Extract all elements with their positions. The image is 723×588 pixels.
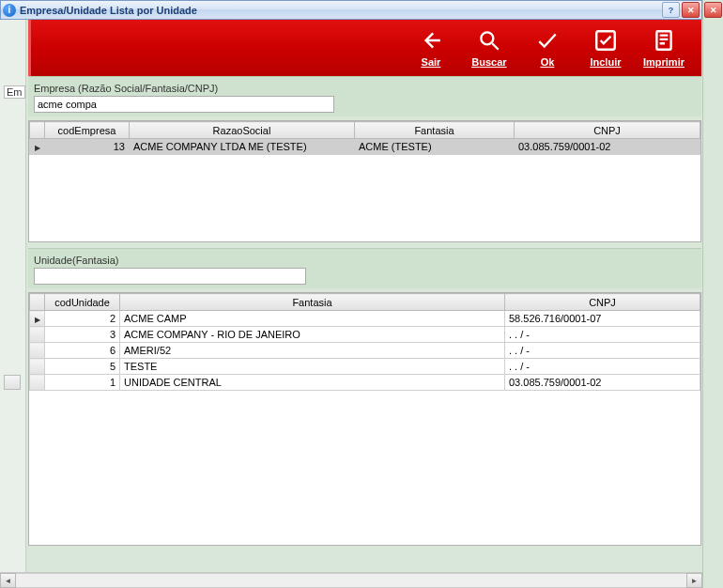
grid2-col-cnpj[interactable]: CNPJ xyxy=(505,294,700,311)
row-indicator xyxy=(30,359,45,375)
cell-cnpj: 03.085.759/0001-02 xyxy=(515,139,700,155)
info-icon: i xyxy=(3,4,16,17)
table-row[interactable]: 6AMERI/52 . . / - xyxy=(30,343,700,359)
row-indicator xyxy=(30,375,45,391)
check-icon xyxy=(535,28,560,54)
unidade-grid[interactable]: codUnidade Fantasia CNPJ 2ACME CAMP58.52… xyxy=(28,292,701,546)
ok-label: Ok xyxy=(541,56,555,68)
cell-cnpj: . . / - xyxy=(505,327,700,343)
cell-cnpj: . . / - xyxy=(505,359,700,375)
checkbox-icon xyxy=(593,28,618,54)
row-indicator xyxy=(30,139,45,155)
action-toolbar: Sair Buscar Ok Incluir Imprimir xyxy=(28,20,701,76)
grid1-col-fantasia[interactable]: Fantasia xyxy=(355,122,515,139)
print-icon xyxy=(652,28,676,54)
horizontal-scrollbar[interactable]: ◄ ► xyxy=(0,572,702,588)
cell-fantasia: TESTE xyxy=(120,359,505,375)
ok-button[interactable]: Ok xyxy=(527,28,568,68)
outer-close-button[interactable]: ✕ xyxy=(704,2,722,18)
grid1-rowhead-corner xyxy=(30,122,45,139)
cell-codunidade: 1 xyxy=(45,375,120,391)
left-gutter: Em xyxy=(0,20,26,588)
cell-razaosocial: ACME COMPANY LTDA ME (TESTE) xyxy=(130,139,355,155)
table-row[interactable]: 13ACME COMPANY LTDA ME (TESTE)ACME (TEST… xyxy=(30,139,700,155)
cell-codunidade: 6 xyxy=(45,343,120,359)
grid1-col-cnpj[interactable]: CNPJ xyxy=(515,122,700,139)
titlebar-close-button[interactable]: ✕ xyxy=(682,2,700,18)
row-indicator xyxy=(30,327,45,343)
scroll-left-button[interactable]: ◄ xyxy=(0,573,16,588)
sair-button[interactable]: Sair xyxy=(410,28,452,68)
titlebar-help-button[interactable]: ? xyxy=(662,2,680,18)
grid2-col-fantasia[interactable]: Fantasia xyxy=(120,294,505,311)
scroll-track[interactable] xyxy=(16,573,686,588)
cell-codunidade: 5 xyxy=(45,359,120,375)
buscar-button[interactable]: Buscar xyxy=(469,28,510,68)
imprimir-label: Imprimir xyxy=(643,56,685,68)
row-indicator xyxy=(30,343,45,359)
grid2-col-codunidade[interactable]: codUnidade xyxy=(45,294,120,311)
table-row[interactable]: 5TESTE . . / - xyxy=(30,359,700,375)
grid1-col-codempresa[interactable]: codEmpresa xyxy=(45,122,130,139)
cell-codunidade: 2 xyxy=(45,311,120,327)
empresa-search-label: Empresa (Razão Social/Fantasia/CNPJ) xyxy=(34,83,696,94)
cell-fantasia: AMERI/52 xyxy=(120,343,505,359)
table-row[interactable]: 2ACME CAMP58.526.716/0001-07 xyxy=(30,311,700,327)
cell-fantasia: ACME COMPANY - RIO DE JANEIRO xyxy=(120,327,505,343)
table-row[interactable]: 1UNIDADE CENTRAL03.085.759/0001-02 xyxy=(30,375,700,391)
arrow-left-icon xyxy=(419,28,443,54)
cell-codunidade: 3 xyxy=(45,327,120,343)
scroll-right-button[interactable]: ► xyxy=(686,573,702,588)
grid2-rowhead-corner xyxy=(30,294,45,311)
window-title: Empresa/Unidade Lista por Unidade xyxy=(20,5,197,16)
cell-cnpj: . . / - xyxy=(505,343,700,359)
unidade-search-panel: Unidade(Fantasia) xyxy=(28,248,701,288)
row-indicator xyxy=(30,311,45,327)
left-tab-em[interactable]: Em xyxy=(4,85,25,99)
unidade-search-input[interactable] xyxy=(34,268,306,285)
cell-cnpj: 03.085.759/0001-02 xyxy=(505,375,700,391)
cell-codempresa: 13 xyxy=(45,139,130,155)
unidade-search-label: Unidade(Fantasia) xyxy=(34,255,696,266)
cell-cnpj: 58.526.716/0001-07 xyxy=(505,311,700,327)
incluir-label: Incluir xyxy=(590,56,621,68)
cell-fantasia: ACME CAMP xyxy=(120,311,505,327)
outer-right-strip: ✕ xyxy=(702,0,723,588)
svg-point-0 xyxy=(481,32,493,44)
sair-label: Sair xyxy=(422,56,441,68)
empresa-search-panel: Empresa (Razão Social/Fantasia/CNPJ) xyxy=(28,76,701,116)
left-gutter-marker xyxy=(4,375,21,390)
grid1-col-razaosocial[interactable]: RazaoSocial xyxy=(130,122,355,139)
empresa-search-input[interactable] xyxy=(34,96,334,113)
imprimir-button[interactable]: Imprimir xyxy=(643,28,685,68)
cell-fantasia: ACME (TESTE) xyxy=(355,139,515,155)
table-row[interactable]: 3ACME COMPANY - RIO DE JANEIRO . . / - xyxy=(30,327,700,343)
incluir-button[interactable]: Incluir xyxy=(585,28,626,68)
buscar-label: Buscar xyxy=(471,56,506,68)
cell-fantasia: UNIDADE CENTRAL xyxy=(120,375,505,391)
empresa-grid[interactable]: codEmpresa RazaoSocial Fantasia CNPJ 13A… xyxy=(28,120,701,242)
titlebar: i Empresa/Unidade Lista por Unidade ? ✕ xyxy=(0,0,702,20)
search-icon xyxy=(477,28,501,54)
